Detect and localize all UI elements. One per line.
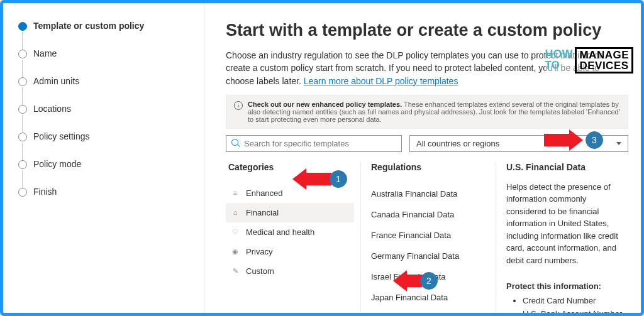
regulations-column: Regulations Australia Financial DataCana… <box>361 162 496 313</box>
category-icon: ♡ <box>231 227 240 236</box>
detail-column: U.S. Financial Data Helps detect the pre… <box>496 162 628 313</box>
region-selected-label: All countries or regions <box>416 139 499 148</box>
protect-item: U.S. Bank Account Number <box>523 308 623 313</box>
protect-list: Credit Card NumberU.S. Bank Account Numb… <box>506 295 623 313</box>
category-label: Financial <box>246 208 279 217</box>
region-dropdown[interactable]: All countries or regions <box>409 135 628 152</box>
detail-description: Helps detect the presence of information… <box>506 181 623 267</box>
wizard-step[interactable]: Template or custom policy <box>18 21 191 48</box>
protect-heading: Protect this information: <box>506 281 623 291</box>
detail-title: U.S. Financial Data <box>506 162 623 172</box>
categories-heading: Categories <box>226 162 354 172</box>
chevron-down-icon <box>616 142 621 145</box>
category-icon: ⌂ <box>231 208 240 217</box>
search-input[interactable] <box>244 139 396 148</box>
regulation-item[interactable]: Germany Financial Data <box>369 246 488 266</box>
category-icon: ◉ <box>231 247 240 256</box>
category-item[interactable]: ⌂Financial <box>226 203 354 222</box>
main-content: Start with a template or create a custom… <box>204 3 641 313</box>
regulation-item[interactable]: Japan Financial Data <box>369 287 488 308</box>
wizard-step[interactable]: Locations <box>18 104 191 131</box>
category-item[interactable]: ≡Enhanced <box>226 183 354 203</box>
category-item[interactable]: ♡Medical and health <box>226 222 354 242</box>
regulation-item[interactable]: Canada Financial Data <box>369 204 488 225</box>
info-banner: i Check out our new enhanced policy temp… <box>226 95 628 129</box>
learn-more-link[interactable]: Learn more about DLP policy templates <box>304 76 458 86</box>
wizard-step[interactable]: Admin units <box>18 76 191 104</box>
category-label: Enhanced <box>246 188 283 198</box>
wizard-step[interactable]: Policy mode <box>18 159 191 187</box>
search-icon <box>231 139 240 148</box>
regulation-item[interactable]: PCI Data Security Standard (PCI DSS) <box>369 308 488 313</box>
category-icon: ✎ <box>231 266 240 275</box>
regulation-item[interactable]: France Financial Data <box>369 225 488 246</box>
category-label: Custom <box>246 266 274 276</box>
banner-text: Check out our new enhanced policy templa… <box>248 101 620 123</box>
watermark-logo: HOW TO MANAGE DEVICES <box>545 47 633 74</box>
wizard-step[interactable]: Finish <box>18 187 191 197</box>
category-item[interactable]: ✎Custom <box>226 261 354 281</box>
regulations-heading: Regulations <box>369 162 488 172</box>
regulation-item[interactable]: Australia Financial Data <box>369 183 488 204</box>
info-icon: i <box>234 101 243 110</box>
regulation-item[interactable]: Israel Financial Data <box>369 266 488 287</box>
protect-item: Credit Card Number <box>523 295 623 308</box>
wizard-step[interactable]: Policy settings <box>18 131 191 159</box>
category-label: Medical and health <box>246 227 314 237</box>
page-title: Start with a template or create a custom… <box>226 21 628 40</box>
category-icon: ≡ <box>231 188 240 197</box>
wizard-step[interactable]: Name <box>18 48 191 76</box>
category-item[interactable]: ◉Privacy <box>226 242 354 261</box>
categories-column: Categories ≡Enhanced⌂Financial♡Medical a… <box>226 162 361 313</box>
category-label: Privacy <box>246 247 273 256</box>
search-input-wrap[interactable] <box>226 135 402 152</box>
wizard-steps-sidebar: Template or custom policyNameAdmin units… <box>3 3 204 313</box>
